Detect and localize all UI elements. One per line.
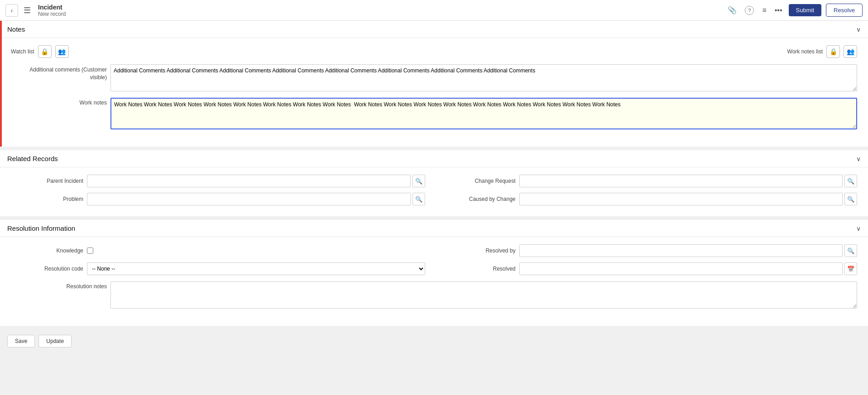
submit-button[interactable]: Submit: [789, 4, 821, 16]
attachment-icon: 📎: [728, 6, 737, 14]
change-request-input[interactable]: [519, 175, 843, 187]
problem-search-button[interactable]: 🔍: [412, 193, 425, 205]
more-button[interactable]: •••: [773, 5, 784, 16]
problem-search-icon: 🔍: [415, 196, 422, 203]
change-request-input-wrap: 🔍: [519, 175, 858, 187]
parent-incident-input[interactable]: [87, 175, 411, 187]
caused-by-change-label: Caused by Change: [443, 196, 516, 202]
parent-incident-search-button[interactable]: 🔍: [412, 175, 425, 187]
related-records-section: Related Records ∨ Parent Incident 🔍: [0, 150, 868, 216]
resolution-section-header[interactable]: Resolution Information ∨: [0, 220, 868, 237]
watch-list-label: Watch list: [11, 48, 34, 55]
resolution-code-input-wrap: -- None -- Solved (Work Around) Solved (…: [87, 262, 425, 275]
problem-input-wrap: 🔍: [87, 193, 425, 205]
work-notes-list-person-icon: 👥: [847, 48, 854, 55]
help-button[interactable]: ?: [743, 4, 756, 17]
resolved-by-input-wrap: 🔍: [519, 244, 858, 257]
resolved-input-wrap: 📅: [519, 262, 858, 275]
problem-group: Problem 🔍: [11, 193, 425, 205]
work-notes-list-label: Work notes list: [787, 48, 823, 55]
watchlist-lock-icon: 🔒: [41, 48, 48, 55]
related-records-section-body: Parent Incident 🔍 Change Request 🔍: [0, 167, 868, 216]
notes-chevron-icon: ∨: [856, 26, 861, 33]
change-request-search-button[interactable]: 🔍: [844, 175, 857, 187]
resolved-label: Resolved: [443, 266, 516, 272]
resolution-form: Knowledge Resolved by 🔍: [11, 244, 857, 275]
notes-section-title: Notes: [7, 25, 25, 33]
related-records-form: Parent Incident 🔍 Change Request 🔍: [11, 175, 857, 205]
attachment-button[interactable]: 📎: [726, 4, 739, 16]
notes-section-body: Watch list 🔒 👥 Work notes list 🔒 👥: [0, 38, 868, 147]
watchlist-person-button[interactable]: 👥: [55, 45, 69, 58]
resolved-by-group: Resolved by 🔍: [443, 244, 858, 257]
knowledge-label: Knowledge: [11, 247, 83, 254]
resolution-section-body: Knowledge Resolved by 🔍: [0, 237, 868, 326]
resolved-by-input[interactable]: [519, 244, 843, 257]
additional-comments-label: Additional comments (Customervisible): [11, 64, 110, 81]
work-notes-list-lock-icon: 🔒: [830, 48, 837, 55]
notes-section: Notes ∨ Watch list 🔒 👥 Work notes list: [0, 21, 868, 147]
related-records-section-header[interactable]: Related Records ∨: [0, 150, 868, 167]
parent-incident-label: Parent Incident: [11, 178, 83, 184]
caused-by-change-input[interactable]: [519, 193, 843, 205]
work-notes-label: Work notes: [11, 98, 110, 106]
resolved-group: Resolved 📅: [443, 262, 858, 275]
back-button[interactable]: ‹: [5, 4, 18, 17]
incident-label: Incident: [38, 4, 66, 11]
notes-section-header[interactable]: Notes ∨: [0, 21, 868, 38]
knowledge-group: Knowledge: [11, 244, 425, 257]
settings-icon: ≡: [762, 6, 766, 14]
knowledge-checkbox[interactable]: [87, 247, 93, 254]
header-left: ‹ ☰ Incident New record: [5, 4, 66, 17]
additional-comments-input[interactable]: Additional Comments Additional Comments …: [110, 64, 857, 91]
resolution-code-select[interactable]: -- None -- Solved (Work Around) Solved (…: [87, 262, 425, 275]
change-request-search-icon: 🔍: [847, 178, 854, 185]
resolved-calendar-icon: 📅: [847, 266, 854, 272]
resolution-notes-row: Resolution notes: [11, 281, 857, 309]
caused-by-change-search-button[interactable]: 🔍: [844, 193, 857, 205]
section-left-bar: [0, 21, 2, 147]
caused-by-change-input-wrap: 🔍: [519, 193, 858, 205]
work-notes-list-lock-button[interactable]: 🔒: [826, 45, 840, 58]
settings-button[interactable]: ≡: [760, 5, 768, 16]
resolution-chevron-icon: ∨: [856, 225, 861, 232]
caused-by-change-group: Caused by Change 🔍: [443, 193, 858, 205]
resolve-button[interactable]: Resolve: [826, 4, 863, 17]
problem-input[interactable]: [87, 193, 411, 205]
bottom-buttons: Save Update: [0, 329, 868, 353]
resolved-calendar-button[interactable]: 📅: [844, 262, 857, 275]
related-records-chevron-icon: ∨: [856, 155, 861, 162]
problem-label: Problem: [11, 196, 83, 202]
work-notes-row: Work notes Work Notes Work Notes Work No…: [11, 98, 857, 129]
resolved-by-label: Resolved by: [443, 247, 516, 254]
header: ‹ ☰ Incident New record 📎 ? ≡ ••• Submit…: [0, 0, 868, 21]
header-title: Incident New record: [38, 4, 66, 17]
resolved-input[interactable]: [519, 262, 843, 275]
resolution-section-title: Resolution Information: [7, 224, 75, 232]
work-notes-list-person-button[interactable]: 👥: [844, 45, 857, 58]
worknotes-list-right: Work notes list 🔒 👥: [787, 45, 857, 58]
watchlist-lock-button[interactable]: 🔒: [38, 45, 52, 58]
additional-comments-row: Additional comments (Customervisible) Ad…: [11, 64, 857, 91]
bottom-save-button[interactable]: Save: [7, 335, 35, 347]
work-notes-input[interactable]: Work Notes Work Notes Work Notes Work No…: [110, 98, 857, 129]
help-icon: ?: [745, 6, 754, 15]
knowledge-input-wrap: [87, 247, 425, 254]
resolved-by-search-icon: 🔍: [847, 247, 854, 254]
resolution-code-group: Resolution code -- None -- Solved (Work …: [11, 262, 425, 275]
more-icon: •••: [775, 6, 782, 14]
menu-icon: ☰: [24, 6, 31, 15]
resolution-section: Resolution Information ∨ Knowledge Resol…: [0, 220, 868, 326]
bottom-update-button[interactable]: Update: [38, 335, 72, 347]
header-actions: 📎 ? ≡ ••• Submit Resolve: [726, 4, 863, 17]
change-request-group: Change Request 🔍: [443, 175, 858, 187]
parent-incident-search-icon: 🔍: [415, 178, 422, 185]
parent-incident-input-wrap: 🔍: [87, 175, 425, 187]
resolution-notes-input[interactable]: [110, 281, 857, 309]
watchlist-left: Watch list 🔒 👥: [11, 45, 69, 58]
record-label: New record: [38, 11, 66, 17]
menu-button[interactable]: ☰: [22, 4, 33, 17]
resolved-by-search-button[interactable]: 🔍: [844, 244, 857, 257]
change-request-label: Change Request: [443, 178, 516, 184]
watchlist-row: Watch list 🔒 👥 Work notes list 🔒 👥: [11, 45, 857, 58]
